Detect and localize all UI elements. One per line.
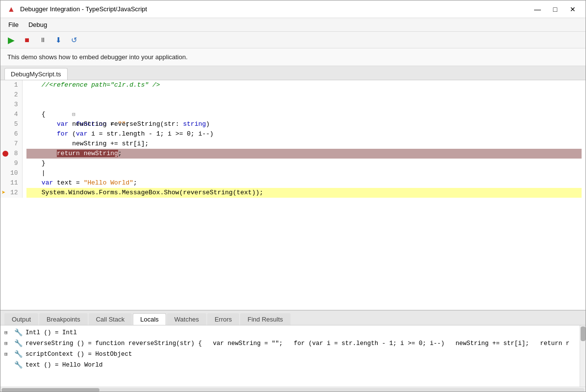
code-line-2 [26, 90, 582, 100]
code-line-8: return newString; [26, 149, 582, 159]
line-num-2: 2 [0, 90, 22, 100]
code-line-6: for (var i = str.length - 1; i >= 0; i--… [26, 129, 582, 139]
current-line-arrow: ➤ [1, 188, 5, 198]
title-bar: ▲ Debugger Integration - TypeScript/Java… [0, 0, 586, 18]
local-row-text: ⊞ 🔧 text () = Hello World [0, 360, 586, 370]
tab-callstack[interactable]: Call Stack [89, 313, 132, 325]
local-row-reversestring: ⊞ 🔧 reverseString () = function reverseS… [0, 338, 586, 349]
local-reversestring-value: reverseString () = function reverseStrin… [25, 338, 569, 349]
line-num-11: 11 [0, 178, 22, 188]
tab-breakpoints[interactable]: Breakpoints [39, 313, 88, 325]
local-row-scriptcontext: ⊞ 🔧 scriptContext () = HostObject [0, 349, 586, 360]
line-num-4: 4 [0, 110, 22, 119]
line-num-9: 9 [0, 159, 22, 168]
expand-icon-reversestring[interactable]: ⊞ [4, 338, 11, 349]
line-num-7: 7 [0, 139, 22, 149]
code-line-4: { [26, 110, 582, 119]
minimize-button[interactable]: — [531, 4, 544, 14]
h-scrollbar-track[interactable] [1, 388, 585, 392]
menu-debug[interactable]: Debug [24, 20, 51, 29]
tab-locals[interactable]: Locals [133, 313, 166, 325]
file-tab-bar: DebugMyScript.ts [0, 66, 586, 80]
menu-bar: File Debug [0, 18, 586, 32]
step-into-button[interactable]: ⬇ [51, 34, 65, 46]
locals-icon-reversestring: 🔧 [14, 338, 23, 349]
breakpoint-dot-8[interactable] [2, 151, 8, 157]
restart-button[interactable]: ↺ [67, 34, 81, 46]
code-line-1: //<reference path="clr.d.ts" /> [26, 80, 582, 90]
locals-icon-scriptcontext: 🔧 [14, 349, 23, 360]
info-text: This demo shows how to embed debugger in… [7, 53, 188, 61]
h-scrollbar-thumb[interactable] [1, 388, 99, 392]
code-line-3: ⊟ function reverseString(str: string) [26, 100, 582, 110]
code-line-9: } [26, 159, 582, 168]
tab-output[interactable]: Output [4, 313, 38, 325]
toolbar: ▶ ■ ⏸ ⬇ ↺ [0, 32, 586, 48]
local-text-value: text () = Hello World [25, 360, 103, 370]
line-num-12: ➤ 12 [0, 188, 22, 198]
editor-area[interactable]: 1 2 3 4 5 6 7 8 9 10 11 ➤ 12 [0, 80, 586, 310]
local-intl-name: Intl () = Intl [25, 327, 77, 338]
line-num-10: 10 [0, 168, 22, 178]
info-bar: This demo shows how to embed debugger in… [0, 48, 586, 66]
line-num-1: 1 [0, 80, 22, 90]
file-tab[interactable]: DebugMyScript.ts [4, 68, 68, 80]
stop-button[interactable]: ■ [20, 34, 34, 46]
code-editor-content[interactable]: //<reference path="clr.d.ts" /> ⊟ functi… [23, 80, 586, 198]
line-num-6: 6 [0, 129, 22, 139]
play-button[interactable]: ▶ [4, 34, 18, 46]
close-button[interactable]: ✕ [566, 4, 580, 14]
menu-file[interactable]: File [4, 20, 23, 29]
bottom-tabs: Output Breakpoints Call Stack Locals Wat… [0, 311, 586, 325]
line-num-8: 8 [0, 149, 22, 159]
editor-scroll-area: 1 2 3 4 5 6 7 8 9 10 11 ➤ 12 [0, 80, 586, 198]
line-num-5: 5 [0, 119, 22, 129]
scrollbar-thumb[interactable] [581, 326, 586, 341]
expand-icon-intl[interactable]: ⊞ [4, 327, 11, 338]
code-line-7: newString += str[i]; [26, 139, 582, 149]
vertical-scrollbar[interactable] [580, 325, 586, 387]
code-line-10: | [26, 168, 582, 178]
app-icon: ▲ [6, 4, 16, 14]
code-line-12: System.Windows.Forms.MessageBox.Show(rev… [26, 188, 582, 198]
window-title: Debugger Integration - TypeScript/JavaSc… [20, 5, 531, 13]
code-line-5: var newString = ""; [26, 119, 582, 129]
bottom-panel: Output Breakpoints Call Stack Locals Wat… [0, 310, 586, 392]
locals-icon-text: 🔧 [14, 360, 23, 370]
editor-wrapper: DebugMyScript.ts 1 2 3 4 5 6 7 8 [0, 66, 586, 310]
expand-icon-scriptcontext[interactable]: ⊞ [4, 349, 11, 360]
line-numbers: 1 2 3 4 5 6 7 8 9 10 11 ➤ 12 [0, 80, 23, 198]
tab-errors[interactable]: Errors [207, 313, 239, 325]
file-tab-label: DebugMyScript.ts [11, 70, 61, 78]
tab-find-results[interactable]: Find Results [240, 313, 290, 325]
code-line-11: var text = "Hello World"; [26, 178, 582, 188]
local-scriptcontext-value: scriptContext () = HostObject [25, 349, 132, 360]
horizontal-scrollbar[interactable] [0, 387, 586, 392]
window-controls: — □ ✕ [531, 4, 580, 14]
tab-watches[interactable]: Watches [167, 313, 206, 325]
bottom-content: ⊞ 🔧 Intl () = Intl ⊞ 🔧 reverseString () … [0, 325, 586, 387]
maximize-button[interactable]: □ [548, 4, 562, 14]
pause-button[interactable]: ⏸ [36, 34, 49, 46]
locals-icon-intl: 🔧 [14, 327, 23, 338]
line-num-3: 3 [0, 100, 22, 110]
local-row-intl: ⊞ 🔧 Intl () = Intl [0, 327, 586, 338]
